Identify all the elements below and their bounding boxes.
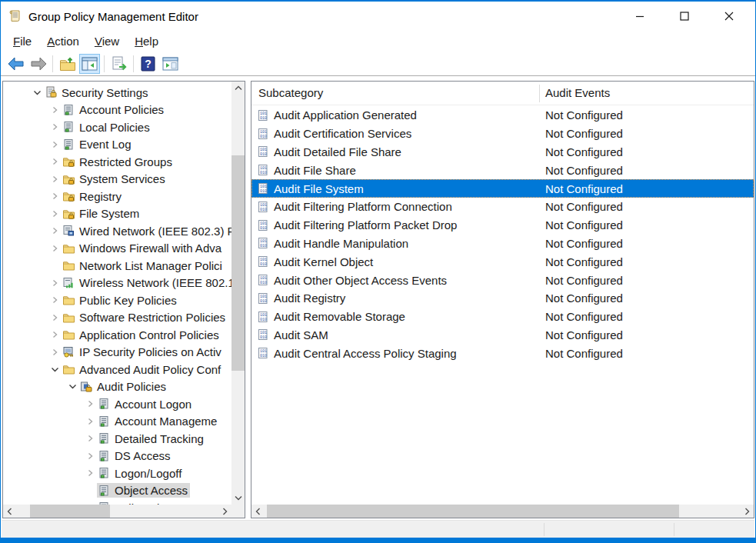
list-row-audit-filtering-platform-packet-drop[interactable]: 101010Audit Filtering Platform Packet Dr…	[251, 216, 754, 235]
chevron-right-icon[interactable]	[84, 467, 97, 479]
svg-text:010: 010	[260, 225, 267, 230]
tree-item-account-logon[interactable]: Account Logon	[3, 395, 231, 413]
export-list-button[interactable]	[108, 54, 129, 74]
chevron-right-icon[interactable]	[48, 173, 62, 185]
tree-item-software-restriction-policies[interactable]: Software Restriction Policies	[3, 309, 231, 327]
tree-item-advanced-audit-policy-conf[interactable]: Advanced Audit Policy Conf	[3, 361, 231, 378]
up-one-level-button[interactable]	[57, 54, 78, 74]
list-row-audit-sam[interactable]: 101010Audit SAMNot Configured	[251, 326, 754, 345]
list-row-audit-handle-manipulation[interactable]: 101010Audit Handle ManipulationNot Confi…	[251, 235, 754, 253]
chevron-right-icon[interactable]	[48, 138, 62, 151]
tree-item-account-manageme[interactable]: Account Manageme	[3, 413, 231, 431]
chevron-right-icon[interactable]	[48, 155, 62, 168]
chevron-right-icon[interactable]	[84, 450, 97, 462]
tree-item-detailed-tracking[interactable]: Detailed Tracking	[3, 430, 231, 448]
tree-item-ds-access[interactable]: DS Access	[3, 448, 231, 465]
tree-item-local-policies[interactable]: Local Policies	[3, 118, 231, 136]
tree-item-label: Network List Manager Polici	[76, 259, 222, 272]
gpo-scroll-icon	[8, 9, 22, 23]
chevron-right-icon[interactable]	[48, 294, 62, 306]
list-row-audit-other-object-access-events[interactable]: 101010Audit Other Object Access EventsNo…	[251, 271, 754, 289]
list-row-audit-registry[interactable]: 101010Audit RegistryNot Configured	[251, 289, 754, 308]
chevron-right-icon[interactable]	[48, 121, 62, 133]
tree-item-wired-network-ieee-802-3-p[interactable]: Wired Network (IEEE 802.3) P	[3, 222, 231, 240]
tree-item-registry[interactable]: Registry	[3, 188, 231, 205]
list-row-audit-file-share[interactable]: 101010Audit File ShareNot Configured	[251, 161, 754, 179]
help-button[interactable]: ?	[138, 54, 158, 74]
chevron-right-icon[interactable]	[84, 415, 97, 428]
tree-item-audit-policies[interactable]: Audit Policies	[3, 378, 231, 396]
forward-button[interactable]	[28, 54, 48, 74]
tree-item-account-policies[interactable]: Account Policies	[3, 102, 231, 119]
tree-vertical-scrollbar[interactable]	[231, 82, 245, 505]
chevron-right-icon[interactable]	[48, 104, 62, 116]
tree-item-event-log[interactable]: Event Log	[3, 136, 231, 154]
scroll-right-button[interactable]	[741, 505, 754, 518]
tree-item-wireless-network-ieee-802-1[interactable]: Wireless Network (IEEE 802.1	[3, 275, 231, 292]
tree-item-windows-firewall-with-adva[interactable]: Windows Firewall with Adva	[3, 240, 231, 258]
chevron-down-icon[interactable]	[66, 381, 79, 393]
chevron-down-icon[interactable]	[31, 86, 44, 98]
tree-item-public-key-policies[interactable]: Public Key Policies	[3, 291, 231, 309]
menu-view[interactable]: View	[87, 32, 127, 50]
chevron-right-icon[interactable]	[48, 346, 62, 358]
binary-doc-icon: 101010	[257, 274, 269, 286]
tree-item-system-services[interactable]: System Services	[3, 171, 231, 188]
scroll-up-button[interactable]	[231, 82, 245, 95]
scroll-right-button[interactable]	[218, 505, 231, 518]
maximize-button[interactable]	[667, 2, 701, 31]
list-row-audit-application-generated[interactable]: 101010Audit Application GeneratedNot Con…	[251, 106, 754, 125]
list-row-audit-detailed-file-share[interactable]: 101010Audit Detailed File ShareNot Confi…	[251, 143, 754, 162]
chevron-right-icon[interactable]	[48, 208, 62, 220]
scrollbar-corner	[231, 505, 245, 518]
list-row-audit-central-access-policy-staging[interactable]: 101010Audit Central Access Policy Stagin…	[251, 344, 754, 362]
tree-item-inner: Restricted Groups	[62, 155, 175, 169]
list-row-audit-certification-services[interactable]: 101010Audit Certification ServicesNot Co…	[251, 125, 754, 143]
back-button[interactable]	[5, 54, 26, 74]
close-button[interactable]	[711, 2, 746, 31]
tree-horizontal-scrollbar[interactable]	[3, 505, 231, 518]
tree-item-ip-security-policies-on-activ[interactable]: IP Security Policies on Activ	[3, 344, 231, 361]
title-bar[interactable]: Group Policy Management Editor	[1, 2, 755, 31]
chevron-right-icon[interactable]	[48, 190, 62, 202]
chevron-right-icon[interactable]	[48, 242, 62, 255]
horizontal-scrollbar-thumb[interactable]	[267, 505, 679, 518]
chevron-right-icon[interactable]	[48, 225, 62, 237]
list-row-audit-removable-storage[interactable]: 101010Audit Removable StorageNot Configu…	[251, 308, 754, 326]
tree-item-network-list-manager-polici[interactable]: Network List Manager Polici	[3, 257, 231, 275]
tree-item-file-system[interactable]: File System	[3, 205, 231, 223]
menu-action[interactable]: Action	[39, 32, 87, 50]
column-divider[interactable]	[539, 85, 540, 102]
scroll-left-button[interactable]	[251, 505, 265, 518]
scroll-down-button[interactable]	[231, 491, 245, 505]
tree-item-policy-change[interactable]: Policy Change	[3, 499, 231, 505]
minimize-icon	[635, 12, 644, 21]
list-horizontal-scrollbar[interactable]	[251, 505, 754, 518]
tree-item-application-control-policies[interactable]: Application Control Policies	[3, 326, 231, 344]
vertical-scrollbar-thumb[interactable]	[231, 155, 245, 371]
chevron-right-icon[interactable]	[84, 398, 97, 410]
toolbar-separator	[133, 55, 134, 72]
list-row-audit-kernel-object[interactable]: 101010Audit Kernel ObjectNot Configured	[251, 252, 754, 271]
chevron-right-icon[interactable]	[48, 328, 62, 341]
chevron-down-icon[interactable]	[48, 363, 62, 375]
tree-item-object-access[interactable]: Object Access	[3, 482, 231, 500]
action-pane-toggle[interactable]	[160, 54, 181, 74]
minimize-button[interactable]	[622, 2, 657, 31]
tree-item-inner: Account Logon	[97, 397, 194, 411]
list-row-audit-filtering-platform-connection[interactable]: 101010Audit Filtering Platform Connectio…	[251, 198, 754, 216]
chevron-right-icon[interactable]	[48, 311, 62, 324]
menu-file[interactable]: File	[5, 32, 39, 50]
column-header-subcategory[interactable]: Subcategory	[258, 86, 323, 99]
column-header-audit-events[interactable]: Audit Events	[545, 86, 610, 99]
list-row-audit-file-system[interactable]: 101010Audit File SystemNot Configured	[251, 179, 754, 198]
tree-item-logon-logoff[interactable]: Logon/Logoff	[3, 465, 231, 482]
tree-item-security-settings[interactable]: Security Settings	[3, 84, 231, 102]
scroll-left-button[interactable]	[3, 505, 16, 518]
chevron-right-icon[interactable]	[84, 432, 97, 445]
chevron-right-icon[interactable]	[48, 277, 62, 289]
menu-help[interactable]: Help	[127, 32, 166, 50]
tree-item-restricted-groups[interactable]: Restricted Groups	[3, 153, 231, 171]
console-tree-toggle[interactable]	[79, 54, 100, 74]
horizontal-scrollbar-thumb[interactable]	[30, 505, 110, 518]
